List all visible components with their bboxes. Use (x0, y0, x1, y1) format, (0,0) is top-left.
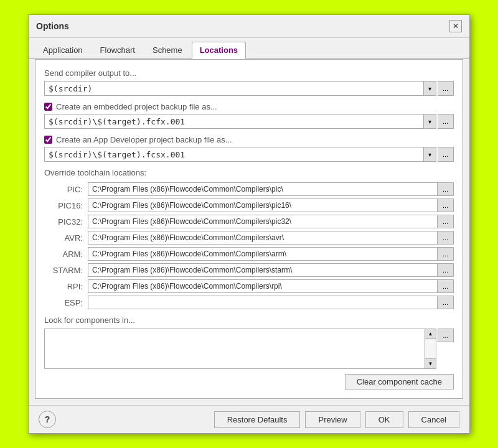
compiler-browse-avr[interactable]: ... (438, 231, 454, 245)
tab-content: Send compiler output to... ▾ ... Create … (35, 59, 463, 399)
look-input-area: ▲ ▼ ... (44, 329, 454, 369)
tab-flowchart[interactable]: Flowchart (92, 42, 143, 58)
dialog-title: Options (36, 21, 69, 31)
look-browse-button[interactable]: ... (438, 329, 454, 342)
compiler-label-arm: ARM: (44, 250, 88, 259)
send-compiler-label: Send compiler output to... (44, 68, 454, 78)
appdev-backup-check-row: Create an App Developer project backup f… (44, 135, 454, 144)
close-button[interactable]: ✕ (449, 20, 462, 32)
compiler-row-arm: ARM: ... (44, 247, 454, 261)
compiler-input-pic16[interactable] (88, 198, 438, 212)
embedded-backup-checkbox[interactable] (44, 103, 52, 111)
compiler-label-pic32: PIC32: (44, 217, 88, 226)
embedded-backup-browse[interactable]: ... (438, 114, 454, 129)
appdev-backup-label: Create an App Developer project backup f… (56, 135, 232, 144)
compiler-browse-pic16[interactable]: ... (438, 198, 454, 212)
compiler-browse-esp[interactable]: ... (438, 296, 454, 309)
clear-cache-row: Clear component cache (44, 374, 454, 390)
compiler-input-arm[interactable] (88, 247, 438, 261)
send-compiler-browse[interactable]: ... (438, 81, 454, 96)
compiler-label-starm: STARM: (44, 266, 88, 275)
override-label: Override toolchain locations: (44, 168, 454, 177)
embedded-backup-label: Create an embedded project backup file a… (56, 102, 217, 111)
embedded-backup-row: ▾ ... (44, 114, 454, 129)
look-section: Look for components in... ▲ ▼ ... (44, 315, 454, 369)
embedded-backup-dropdown[interactable]: ▾ (424, 114, 436, 129)
compiler-label-pic16: PIC16: (44, 201, 88, 210)
appdev-backup-row: ▾ ... (44, 147, 454, 162)
look-scroll-up[interactable]: ▲ (425, 329, 436, 339)
compiler-row-esp: ESP: ... (44, 296, 454, 309)
title-bar: Options ✕ (29, 15, 469, 38)
preview-button[interactable]: Preview (305, 411, 360, 428)
embedded-backup-check-row: Create an embedded project backup file a… (44, 102, 454, 111)
tab-scheme[interactable]: Scheme (144, 42, 190, 58)
clear-cache-button[interactable]: Clear component cache (345, 374, 454, 390)
restore-defaults-button[interactable]: Restore Defaults (214, 411, 301, 428)
compiler-row-pic: PIC: ... (44, 182, 454, 196)
send-compiler-input[interactable] (44, 81, 424, 96)
compiler-input-pic32[interactable] (88, 215, 438, 228)
compiler-label-pic: PIC: (44, 185, 88, 194)
send-compiler-row: ▾ ... (44, 81, 454, 96)
compiler-row-starm: STARM: ... (44, 263, 454, 277)
compiler-label-avr: AVR: (44, 233, 88, 243)
compiler-row-avr: AVR: ... (44, 231, 454, 245)
help-button[interactable]: ? (39, 411, 56, 428)
tab-bar: Application Flowchart Scheme Locations (29, 38, 469, 59)
appdev-backup-browse[interactable]: ... (438, 147, 454, 162)
look-label: Look for components in... (44, 315, 454, 325)
appdev-backup-input[interactable] (44, 147, 424, 162)
compiler-input-avr[interactable] (88, 231, 438, 245)
embedded-backup-input[interactable] (44, 114, 424, 129)
compiler-label-esp: ESP: (44, 298, 88, 307)
compiler-row-pic32: PIC32: ... (44, 215, 454, 228)
compiler-input-pic[interactable] (88, 182, 438, 196)
compiler-browse-pic32[interactable]: ... (438, 215, 454, 228)
look-scroll-track (425, 339, 436, 358)
compiler-browse-pic[interactable]: ... (438, 182, 454, 196)
compiler-browse-rpi[interactable]: ... (438, 279, 454, 293)
override-section: Override toolchain locations: PIC: ... P… (44, 168, 454, 309)
tab-locations[interactable]: Locations (192, 42, 246, 59)
send-compiler-dropdown[interactable]: ▾ (424, 81, 436, 96)
appdev-backup-checkbox[interactable] (44, 136, 52, 144)
compiler-browse-starm[interactable]: ... (438, 263, 454, 277)
look-textarea-container (44, 329, 425, 369)
cancel-button[interactable]: Cancel (408, 411, 459, 428)
look-scroll-down[interactable]: ▼ (425, 358, 436, 368)
compiler-row-rpi: RPI: ... (44, 279, 454, 293)
compiler-input-rpi[interactable] (88, 279, 438, 293)
look-textarea[interactable] (45, 329, 425, 368)
appdev-backup-dropdown[interactable]: ▾ (424, 147, 436, 162)
options-dialog: Options ✕ Application Flowchart Scheme L… (28, 14, 470, 434)
compiler-input-esp[interactable] (88, 296, 438, 309)
look-scrollbar: ▲ ▼ (425, 329, 436, 369)
compiler-browse-arm[interactable]: ... (438, 247, 454, 261)
footer: ? Restore Defaults Preview OK Cancel (29, 405, 469, 433)
compiler-row-pic16: PIC16: ... (44, 198, 454, 212)
ok-button[interactable]: OK (365, 411, 403, 428)
compiler-input-starm[interactable] (88, 263, 438, 277)
compiler-label-rpi: RPI: (44, 282, 88, 291)
tab-application[interactable]: Application (35, 42, 91, 58)
